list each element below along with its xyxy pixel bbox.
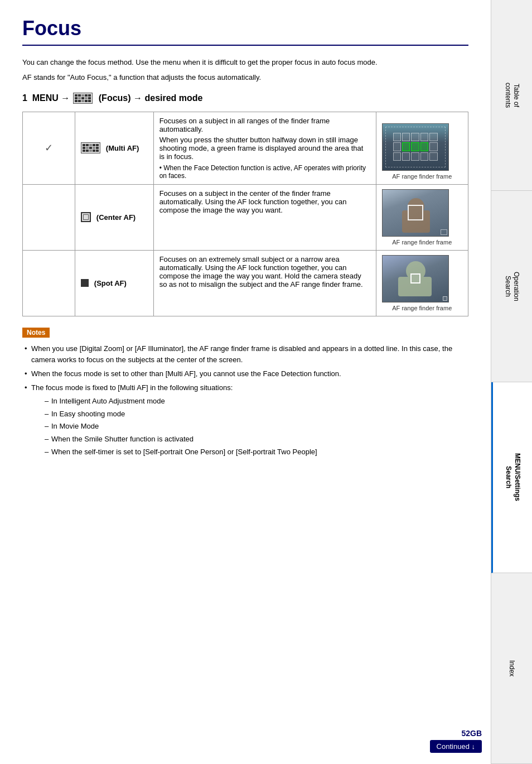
page-number: 52GB [461,729,482,738]
check-icon-multi: ✓ [23,112,75,184]
intro-text-2: AF stands for "Auto Focus," a function t… [22,72,468,84]
section-heading-suffix: (Focus) → desired mode [96,93,202,103]
center-af-desc: Focuses on a subject in the center of th… [153,184,376,250]
sub-notes-list: In Intelligent Auto Adjustment mode In E… [31,395,468,459]
spot-af-image: AF range finder frame [376,250,468,316]
section-heading: 1 MENU → (Focus) → desired mode [22,93,468,104]
list-item: When the focus mode is set to other than… [22,367,468,381]
sidebar-tab-toc-label: Table ofcontents [503,83,520,108]
table-row: ✓ (Multi AF) Focuses on a subject in all… [23,112,468,184]
multi-af-image: AF range finder frame [376,112,468,184]
sidebar-tab-index[interactable]: Index [491,573,532,764]
list-item: The focus mode is fixed to [Multi AF] in… [22,381,468,460]
continued-button[interactable]: Continued ↓ [430,740,482,753]
notes-list: When you use [Digital Zoom] or [AF Illum… [22,342,468,460]
table-row: (Center AF) Focuses on a subject in the … [23,184,468,250]
multi-af-icon [81,142,100,153]
option-name-center: (Center AF) [75,184,153,250]
list-item: When the self-timer is set to [Self-port… [42,446,468,459]
check-icon-spot [23,250,75,316]
list-item: When the Smile Shutter function is activ… [42,433,468,446]
sidebar-tab-operation-label: OperationSearch [503,272,520,301]
spot-af-desc: Focuses on an extremely small subject or… [153,250,376,316]
list-item: When you use [Digital Zoom] or [AF Illum… [22,342,468,368]
sidebar-tab-menu[interactable]: MENU/SettingsSearch [491,382,532,573]
center-af-icon [81,212,91,222]
table-row: (Spot AF) Focuses on an extremely small … [23,250,468,316]
notes-badge: Notes [22,328,50,338]
center-af-image: AF range finder frame [376,184,468,250]
spot-af-icon [81,279,89,287]
check-icon-center [23,184,75,250]
list-item: In Movie Mode [42,420,468,433]
page-title: Focus [22,17,468,46]
sidebar-tab-menu-label: MENU/SettingsSearch [504,453,521,501]
multi-af-desc: Focuses on a subject in all ranges of th… [153,112,376,184]
sidebar-tab-index-label: Index [507,660,516,676]
options-table: ✓ (Multi AF) Focuses on a subject in all… [22,112,468,316]
sidebar-tab-toc[interactable]: Table ofcontents [491,0,532,191]
section-heading-text: 1 MENU → [22,93,70,103]
center-af-image-label: AF range finder frame [382,239,462,246]
sidebar-tab-operation[interactable]: OperationSearch [491,191,532,382]
notes-section: Notes When you use [Digital Zoom] or [AF… [22,328,468,460]
intro-text-1: You can change the focus method. Use the… [22,57,468,69]
spot-af-image-label: AF range finder frame [382,305,462,311]
page-footer: 52GB Continued ↓ [430,729,482,753]
main-content: Focus You can change the focus method. U… [0,0,491,764]
spot-af-label: (Spot AF) [94,279,127,287]
multi-af-image-label: AF range finder frame [382,173,462,180]
center-af-label: (Center AF) [96,213,136,222]
multi-af-label: (Multi AF) [106,144,139,152]
sidebar: Table ofcontents OperationSearch MENU/Se… [491,0,532,764]
option-name-multi: (Multi AF) [75,112,153,184]
list-item: In Intelligent Auto Adjustment mode [42,395,468,408]
list-item: In Easy shooting mode [42,408,468,421]
focus-menu-icon [73,93,93,104]
option-name-spot: (Spot AF) [75,250,153,316]
